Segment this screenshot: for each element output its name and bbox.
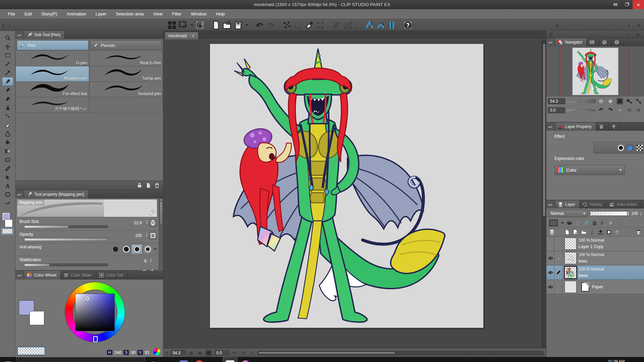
reset-view-icon[interactable]: ✳ bbox=[616, 107, 624, 114]
bottom-collapse-icon[interactable]: « bbox=[165, 352, 169, 354]
nav-fit-icon[interactable] bbox=[616, 98, 624, 105]
text-tool-icon[interactable] bbox=[2, 182, 13, 190]
layer-thumbnail[interactable] bbox=[565, 238, 577, 250]
action-center-button[interactable]: 3 bbox=[629, 357, 643, 362]
aa-weak-button[interactable] bbox=[121, 245, 131, 254]
menu-window[interactable]: Window bbox=[186, 9, 211, 19]
navigator-zoom-value[interactable]: 54.3 bbox=[548, 98, 565, 104]
brush-size-slider[interactable] bbox=[24, 225, 108, 228]
expression-color-dropdown[interactable]: Color bbox=[554, 165, 625, 175]
itunes-button[interactable]: ♪ bbox=[238, 357, 253, 362]
move-tool-icon[interactable] bbox=[2, 42, 13, 51]
color-mode-button[interactable] bbox=[153, 348, 160, 355]
new-raster-layer-icon[interactable] bbox=[564, 229, 570, 235]
subview-tab[interactable] bbox=[587, 38, 599, 46]
opacity-slider[interactable] bbox=[24, 238, 108, 241]
aa-medium-button[interactable] bbox=[132, 245, 142, 254]
menu-help[interactable]: Help bbox=[211, 9, 230, 19]
layer-opacity-spinner[interactable]: ▲▼ bbox=[640, 212, 642, 216]
menu-selection-area[interactable]: Selection area bbox=[111, 9, 148, 19]
workspace-switch-icon[interactable] bbox=[179, 21, 187, 29]
restore-button[interactable] bbox=[621, 0, 633, 9]
brush-turnip-pen[interactable]: Turnip pen bbox=[89, 66, 163, 82]
workspace-caret-icon[interactable] bbox=[191, 24, 193, 26]
information-tab[interactable] bbox=[611, 38, 624, 46]
wifi-icon[interactable] bbox=[575, 357, 583, 362]
light-tab[interactable] bbox=[608, 123, 621, 131]
snap-to-grid-icon[interactable] bbox=[387, 21, 396, 29]
snap-to-special-ruler-icon[interactable] bbox=[376, 21, 385, 29]
workspace-grid-icon[interactable] bbox=[168, 21, 176, 29]
menu-edit[interactable]: Edit bbox=[20, 9, 37, 19]
open-file-icon[interactable] bbox=[223, 21, 231, 29]
airbrush-tool-icon[interactable] bbox=[2, 103, 13, 112]
subtool-panel-tab[interactable]: Sub Tool [Pen] bbox=[24, 31, 65, 39]
collapse-left-icon[interactable]: « bbox=[0, 22, 7, 28]
aa-caret-icon[interactable] bbox=[154, 248, 157, 250]
menu-filter[interactable]: Filter bbox=[167, 9, 186, 19]
eyedropper-tool-icon[interactable] bbox=[2, 68, 13, 77]
zoom-slider[interactable] bbox=[567, 99, 596, 104]
panel-menu-icon[interactable]: ▸≡ bbox=[546, 38, 555, 46]
merge-down-icon[interactable] bbox=[598, 229, 603, 235]
navigator-rotation-value[interactable]: 0.0 bbox=[548, 107, 565, 113]
hue-marker[interactable] bbox=[93, 336, 98, 342]
lock-icon[interactable] bbox=[137, 183, 142, 188]
minimize-button[interactable] bbox=[610, 0, 621, 9]
microphone-icon[interactable] bbox=[554, 357, 563, 362]
clip-studio-button[interactable] bbox=[196, 21, 204, 29]
auto-action-tab[interactable]: Auto Action bbox=[606, 200, 641, 208]
figure-tool-icon[interactable] bbox=[2, 156, 13, 164]
snap-special-off-icon[interactable] bbox=[343, 21, 352, 29]
tab-pencils[interactable]: Pencils bbox=[90, 40, 162, 50]
menu-layer[interactable]: Layer bbox=[91, 9, 111, 19]
tray-chevron-icon[interactable] bbox=[534, 357, 543, 362]
panel-menu-icon[interactable]: ▸≡ bbox=[546, 200, 555, 208]
reset-rotate-left-icon[interactable]: ⟲ bbox=[625, 107, 633, 114]
visibility-toggle[interactable] bbox=[546, 251, 554, 265]
panel-menu-icon[interactable]: ▸≡ bbox=[546, 123, 555, 131]
brush-real-gpen[interactable]: Real G-Pen bbox=[89, 51, 163, 66]
brush-gpen[interactable]: G-pen bbox=[15, 51, 89, 66]
tone-effect-button[interactable] bbox=[627, 144, 634, 152]
snap-grid-off-icon[interactable] bbox=[354, 21, 363, 29]
menu-view[interactable]: View bbox=[149, 9, 167, 19]
tool-property-scrollbar[interactable]: ▲▼ bbox=[159, 198, 163, 275]
rotate-ccw-icon[interactable]: ↶ bbox=[597, 107, 605, 114]
document-tab[interactable]: mockmaid bbox=[165, 32, 199, 39]
brush-tool-icon[interactable] bbox=[2, 95, 13, 103]
lock-transparent-icon[interactable] bbox=[600, 220, 606, 226]
fit-to-screen-icon[interactable] bbox=[205, 350, 212, 356]
transparent-color-swatch[interactable] bbox=[2, 229, 13, 234]
layer-row-lines[interactable]: 100 % Normal lines bbox=[546, 251, 644, 265]
vertical-scrollbar[interactable] bbox=[542, 40, 546, 348]
visibility-toggle[interactable] bbox=[546, 265, 554, 280]
reference-layer-icon[interactable] bbox=[575, 220, 581, 226]
collapse-right-icon[interactable]: › bbox=[626, 22, 632, 28]
clip-studio-taskbar-button[interactable] bbox=[222, 357, 238, 362]
new-folder-icon[interactable] bbox=[581, 229, 587, 235]
sv-marker[interactable] bbox=[85, 296, 90, 301]
sub-color-swatch[interactable] bbox=[5, 219, 13, 227]
aa-none-button[interactable] bbox=[110, 245, 120, 254]
marquee-tool-icon[interactable] bbox=[2, 51, 13, 60]
tab-color-set[interactable]: Color Set bbox=[96, 271, 127, 280]
reset-rotate-right-icon[interactable]: ⟳ bbox=[635, 107, 643, 114]
aa-strong-button[interactable] bbox=[143, 245, 153, 254]
pen-tool-icon[interactable] bbox=[2, 77, 13, 86]
border-effect-button[interactable] bbox=[617, 144, 625, 152]
collapse-left2-icon[interactable]: ‹ bbox=[7, 22, 12, 28]
history-tab[interactable]: History bbox=[580, 200, 606, 208]
clip-below-icon[interactable] bbox=[567, 220, 572, 226]
tab-color-wheel[interactable]: Color Wheel bbox=[24, 271, 61, 280]
canvas-zoom-value[interactable]: 54.3 bbox=[170, 350, 186, 356]
flip-vertical-icon[interactable] bbox=[635, 98, 643, 105]
visibility-toggle[interactable] bbox=[546, 280, 554, 294]
panel-menu-icon[interactable]: ▸≡ bbox=[15, 31, 24, 39]
eraser-tool-icon[interactable] bbox=[2, 121, 13, 129]
transform-icon[interactable] bbox=[316, 21, 325, 29]
object-tool-icon[interactable] bbox=[2, 173, 13, 182]
layer-thumbnail[interactable] bbox=[565, 252, 577, 264]
menu-file[interactable]: File bbox=[3, 9, 20, 19]
clear-selection-icon[interactable] bbox=[305, 21, 314, 29]
